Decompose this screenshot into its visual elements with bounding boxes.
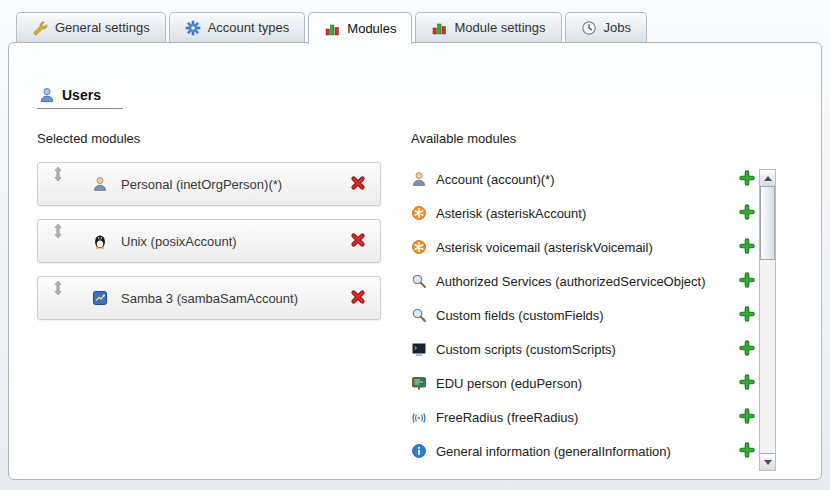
tab-jobs[interactable]: Jobs bbox=[565, 12, 647, 42]
asterisk-icon bbox=[411, 239, 427, 255]
module-name: Samba 3 (sambaSamAccount) bbox=[121, 291, 350, 306]
green-plus-icon bbox=[739, 170, 755, 186]
arrow-up-icon bbox=[764, 176, 772, 181]
clock-icon bbox=[581, 20, 597, 36]
add-module-button[interactable] bbox=[739, 272, 757, 290]
tux-penguin-icon bbox=[92, 233, 108, 249]
available-module-row-custom-fields: Custom fields (customFields) bbox=[411, 298, 759, 332]
module-name: Custom fields (customFields) bbox=[436, 308, 604, 323]
add-module-button[interactable] bbox=[739, 170, 757, 188]
add-module-button[interactable] bbox=[739, 442, 757, 460]
person-icon bbox=[411, 171, 427, 187]
available-module-row-custom-scripts: Custom scripts (customScripts) bbox=[411, 332, 759, 366]
add-module-button[interactable] bbox=[739, 238, 757, 256]
add-module-button[interactable] bbox=[739, 306, 757, 324]
available-module-row-general-information: General information (generalInformation) bbox=[411, 434, 759, 468]
users-section-heading: Users bbox=[37, 87, 123, 109]
drag-handle-icon[interactable] bbox=[50, 223, 66, 239]
remove-module-button[interactable] bbox=[350, 232, 368, 250]
scrollbar-thumb[interactable] bbox=[760, 186, 775, 260]
radio-waves-icon bbox=[411, 409, 427, 425]
available-module-row-account: Account (account)(*) bbox=[411, 162, 759, 196]
tab-account-types[interactable]: Account types bbox=[169, 12, 306, 42]
available-module-row-asterisk-voicemail: Asterisk voicemail (asteriskVoicemail) bbox=[411, 230, 759, 264]
remove-module-button[interactable] bbox=[350, 175, 368, 193]
module-name: Personal (inetOrgPerson)(*) bbox=[121, 177, 350, 192]
tab-label: General settings bbox=[55, 20, 150, 35]
green-plus-icon bbox=[739, 442, 755, 458]
scroll-down-button[interactable] bbox=[760, 453, 775, 470]
tab-module-settings[interactable]: Module settings bbox=[415, 12, 561, 42]
add-module-button[interactable] bbox=[739, 204, 757, 222]
selected-modules-heading: Selected modules bbox=[37, 131, 381, 146]
magnifier-icon bbox=[411, 273, 427, 289]
asterisk-icon bbox=[411, 205, 427, 221]
tab-general-settings[interactable]: General settings bbox=[16, 12, 166, 42]
red-x-icon bbox=[350, 175, 366, 191]
available-module-row-freeradius: FreeRadius (freeRadius) bbox=[411, 400, 759, 434]
module-name: General information (generalInformation) bbox=[436, 444, 671, 459]
samba-icon bbox=[92, 290, 108, 306]
red-x-icon bbox=[350, 289, 366, 305]
content-panel: Users Selected modules Personal (inetOrg… bbox=[8, 42, 822, 480]
selected-module-row-personal[interactable]: Personal (inetOrgPerson)(*) bbox=[37, 162, 381, 206]
person-icon bbox=[92, 176, 108, 192]
drag-handle-icon[interactable] bbox=[50, 280, 66, 296]
green-plus-icon bbox=[739, 204, 755, 220]
arrow-down-icon bbox=[764, 460, 772, 465]
green-plus-icon bbox=[739, 306, 755, 322]
modules-chart-icon bbox=[324, 21, 340, 37]
green-plus-icon bbox=[739, 408, 755, 424]
available-module-row-edu-person: EDU person (eduPerson) bbox=[411, 366, 759, 400]
selected-module-row-unix[interactable]: Unix (posixAccount) bbox=[37, 219, 381, 263]
available-module-row-authorized-services: Authorized Services (authorizedServiceOb… bbox=[411, 264, 759, 298]
tab-label: Jobs bbox=[604, 20, 631, 35]
blackboard-icon bbox=[411, 375, 427, 391]
add-module-button[interactable] bbox=[739, 374, 757, 392]
user-icon bbox=[39, 87, 55, 103]
section-title: Users bbox=[62, 87, 101, 103]
remove-module-button[interactable] bbox=[350, 289, 368, 307]
available-modules-scrollbar[interactable] bbox=[759, 169, 776, 471]
terminal-icon bbox=[411, 341, 427, 357]
green-plus-icon bbox=[739, 272, 755, 288]
tab-label: Modules bbox=[347, 21, 396, 36]
selected-modules-column: Selected modules Personal (inetOrgPerson… bbox=[37, 131, 381, 333]
available-modules-column: Available modules Account (account)(*) A… bbox=[411, 131, 759, 468]
module-name: Account (account)(*) bbox=[436, 172, 555, 187]
lam-configuration-page: General settings Account types Modules M… bbox=[0, 0, 830, 490]
red-x-icon bbox=[350, 232, 366, 248]
module-name: Asterisk (asteriskAccount) bbox=[436, 206, 586, 221]
tab-bar: General settings Account types Modules M… bbox=[16, 12, 647, 42]
green-plus-icon bbox=[739, 238, 755, 254]
wrench-icon bbox=[32, 20, 48, 36]
green-plus-icon bbox=[739, 374, 755, 390]
modules-chart-icon bbox=[431, 20, 447, 36]
tab-label: Module settings bbox=[454, 20, 545, 35]
module-name: EDU person (eduPerson) bbox=[436, 376, 582, 391]
module-name: Asterisk voicemail (asteriskVoicemail) bbox=[436, 240, 653, 255]
drag-handle-icon[interactable] bbox=[50, 166, 66, 182]
available-module-row-asterisk: Asterisk (asteriskAccount) bbox=[411, 196, 759, 230]
module-name: Authorized Services (authorizedServiceOb… bbox=[436, 274, 706, 289]
info-icon bbox=[411, 443, 427, 459]
add-module-button[interactable] bbox=[739, 408, 757, 426]
tab-label: Account types bbox=[208, 20, 290, 35]
add-module-button[interactable] bbox=[739, 340, 757, 358]
gear-icon bbox=[185, 20, 201, 36]
selected-module-row-samba[interactable]: Samba 3 (sambaSamAccount) bbox=[37, 276, 381, 320]
module-name: Unix (posixAccount) bbox=[121, 234, 350, 249]
available-modules-heading: Available modules bbox=[411, 131, 759, 146]
tab-modules[interactable]: Modules bbox=[308, 12, 412, 44]
magnifier-icon bbox=[411, 307, 427, 323]
green-plus-icon bbox=[739, 340, 755, 356]
module-name: FreeRadius (freeRadius) bbox=[436, 410, 578, 425]
module-name: Custom scripts (customScripts) bbox=[436, 342, 616, 357]
scroll-up-button[interactable] bbox=[760, 170, 775, 187]
